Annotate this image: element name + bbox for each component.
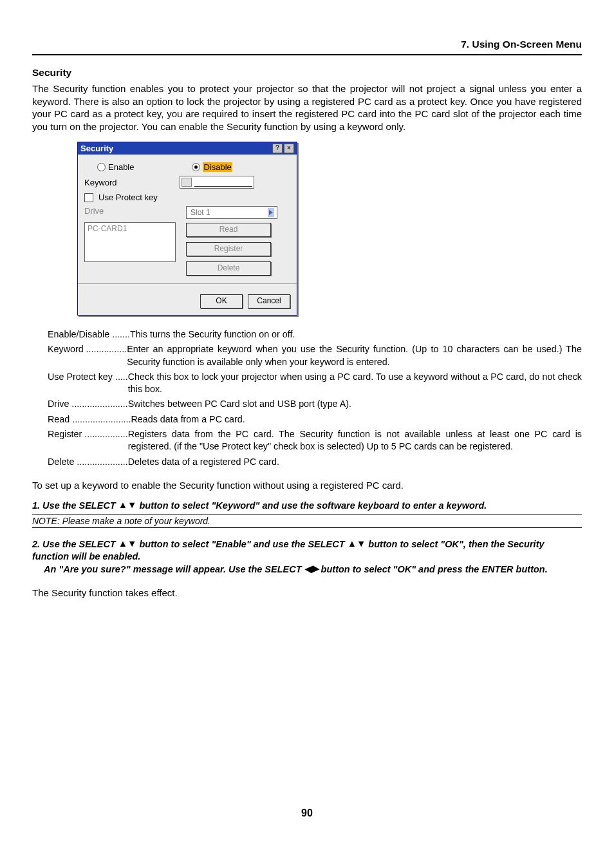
step-1: 1. Use the SELECT ▲▼ button to select "K… (32, 500, 582, 513)
page-number: 90 (0, 807, 614, 819)
close-icon[interactable]: × (284, 144, 294, 153)
def-row: Enable/Disable ....... This turns the Se… (48, 328, 582, 341)
use-protect-key-checkbox[interactable] (84, 193, 93, 202)
register-button[interactable]: Register (186, 242, 271, 256)
step-2: 2. Use the SELECT ▲▼ button to select "E… (32, 538, 582, 576)
radio-icon (97, 163, 106, 171)
section-title: Security (32, 67, 582, 79)
drive-listbox[interactable]: PC-CARD1 (84, 222, 176, 262)
drive-label: Drive (84, 206, 181, 216)
svg-marker-0 (269, 210, 273, 215)
up-down-icon: ▲▼ (118, 499, 137, 512)
definition-list: Enable/Disable ....... This turns the Se… (48, 328, 582, 468)
note-box: NOTE: Please make a note of your keyword… (32, 514, 582, 528)
enable-radio[interactable]: Enable (97, 162, 134, 172)
def-row: Delete .................... Deletes data… (48, 456, 582, 468)
input-underline (194, 185, 252, 187)
delete-button[interactable]: Delete (186, 261, 271, 276)
security-dialog: Security ? × Enable Disable Keyword (77, 142, 297, 316)
chevron-right-icon (268, 208, 274, 217)
up-down-icon: ▲▼ (348, 538, 366, 551)
def-row: Read ....................... Reads data … (48, 413, 582, 426)
final-line: The Security function takes effect. (32, 587, 582, 598)
dialog-separator (78, 283, 297, 284)
read-button[interactable]: Read (186, 223, 271, 237)
help-icon[interactable]: ? (272, 144, 283, 153)
enable-radio-label: Enable (108, 162, 134, 172)
list-item: PC-CARD1 (85, 223, 175, 234)
def-row: Drive ...................... Switches be… (48, 398, 582, 410)
def-row: Register ................. Registers dat… (48, 428, 582, 453)
chapter-heading: 7. Using On-Screen Menu (32, 39, 582, 50)
def-row: Use Protect key ..... Check this box to … (48, 371, 582, 396)
use-protect-key-label: Use Protect key (98, 193, 158, 202)
disable-radio[interactable]: Disable (192, 162, 232, 172)
dialog-titlebar: Security ? × (78, 142, 297, 155)
left-right-icon: ◀▶ (304, 563, 319, 576)
slot-select[interactable]: Slot 1 (186, 206, 277, 219)
header-rule (32, 54, 582, 55)
keyword-label: Keyword (84, 178, 174, 187)
dialog-title-text: Security (80, 144, 113, 153)
keyword-input[interactable] (180, 176, 254, 189)
ok-button[interactable]: OK (200, 294, 243, 308)
up-down-icon: ▲▼ (118, 538, 137, 551)
slot-value: Slot 1 (191, 208, 210, 217)
intro-paragraph: The Security function enables you to pro… (32, 82, 582, 133)
radio-icon (192, 163, 200, 171)
disable-radio-label: Disable (203, 162, 232, 172)
def-row: Keyword ................ Enter an approp… (48, 343, 582, 368)
cancel-button[interactable]: Cancel (248, 294, 290, 308)
keyboard-icon (181, 178, 192, 187)
steps-intro: To set up a keyword to enable the Securi… (32, 480, 582, 491)
